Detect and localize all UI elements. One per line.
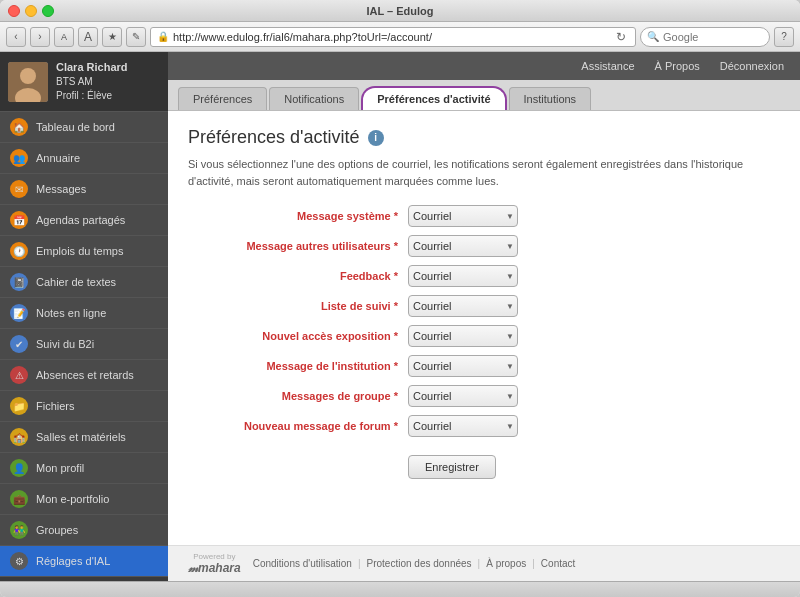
- footer-contact[interactable]: Contact: [541, 558, 575, 569]
- agendas-icon: 📅: [10, 211, 28, 229]
- select-wrapper-message-utilisateurs: Courriel Aucun: [408, 235, 518, 257]
- sidebar-label: Absences et retards: [36, 369, 134, 381]
- select-message-forum[interactable]: Courriel Aucun: [408, 415, 518, 437]
- powered-by-text: Powered by: [193, 552, 235, 561]
- label-feedback: Feedback *: [188, 270, 408, 282]
- select-message-systeme[interactable]: Courriel Aucun Résumé quotidien: [408, 205, 518, 227]
- font-large-button[interactable]: A: [78, 27, 98, 47]
- select-wrapper-liste-suivi: Courriel Aucun: [408, 295, 518, 317]
- user-info: Clara Richard BTS AM Profil : Élève: [56, 60, 128, 103]
- sidebar-label: Salles et matériels: [36, 431, 126, 443]
- reglages-icon: ⚙: [10, 552, 28, 570]
- form-row-acces-exposition: Nouvel accès exposition * Courriel Aucun: [188, 325, 748, 347]
- more-button[interactable]: ?: [774, 27, 794, 47]
- save-button[interactable]: Enregistrer: [408, 455, 496, 479]
- sidebar-label: Suivi du B2i: [36, 338, 94, 350]
- tab-preferences[interactable]: Préférences: [178, 87, 267, 110]
- sidebar-nav: 🏠 Tableau de bord 👥 Annuaire ✉ Messages …: [0, 112, 168, 581]
- back-button[interactable]: ‹: [6, 27, 26, 47]
- select-liste-suivi[interactable]: Courriel Aucun: [408, 295, 518, 317]
- salles-icon: 🏫: [10, 428, 28, 446]
- address-bar: 🔒 ↻: [150, 27, 636, 47]
- label-liste-suivi: Liste de suivi *: [188, 300, 408, 312]
- profil-icon: 👤: [10, 459, 28, 477]
- sidebar-item-annuaire[interactable]: 👥 Annuaire: [0, 143, 168, 174]
- footer: Powered by 𝓂mahara Conditions d'utilisat…: [168, 545, 800, 581]
- sidebar-label: Groupes: [36, 524, 78, 536]
- select-wrapper-message-institution: Courriel Aucun: [408, 355, 518, 377]
- page-title: Préférences d'activité: [188, 127, 360, 148]
- search-icon: 🔍: [647, 31, 659, 42]
- sidebar-item-notes[interactable]: 📝 Notes en ligne: [0, 298, 168, 329]
- statusbar: [0, 581, 800, 597]
- close-button[interactable]: [8, 5, 20, 17]
- window-controls: [8, 5, 54, 17]
- font-small-button[interactable]: A: [54, 27, 74, 47]
- form-row-message-institution: Message de l'institution * Courriel Aucu…: [188, 355, 748, 377]
- footer-conditions[interactable]: Conditions d'utilisation: [253, 558, 352, 569]
- minimize-button[interactable]: [25, 5, 37, 17]
- sidebar-item-eportfolio[interactable]: 💼 Mon e-portfolio: [0, 484, 168, 515]
- nav-apropos[interactable]: À Propos: [655, 60, 700, 72]
- sidebar-item-agendas[interactable]: 📅 Agendas partagés: [0, 205, 168, 236]
- sidebar-item-profil[interactable]: 👤 Mon profil: [0, 453, 168, 484]
- app-window: IAL – Edulog ‹ › A A ★ ✎ 🔒 ↻ 🔍 ?: [0, 0, 800, 597]
- label-message-forum: Nouveau message de forum *: [188, 420, 408, 432]
- bookmark-button[interactable]: ★: [102, 27, 122, 47]
- label-message-utilisateurs: Message autres utilisateurs *: [188, 240, 408, 252]
- sidebar-item-tableau-de-bord[interactable]: 🏠 Tableau de bord: [0, 112, 168, 143]
- label-acces-exposition: Nouvel accès exposition *: [188, 330, 408, 342]
- svg-point-1: [20, 68, 36, 84]
- sidebar-item-salles[interactable]: 🏫 Salles et matériels: [0, 422, 168, 453]
- tab-institutions[interactable]: Institutions: [509, 87, 592, 110]
- sidebar-label: Agendas partagés: [36, 214, 125, 226]
- sidebar-label: Cahier de textes: [36, 276, 116, 288]
- select-acces-exposition[interactable]: Courriel Aucun: [408, 325, 518, 347]
- control-message-forum: Courriel Aucun: [408, 415, 518, 437]
- sidebar-item-absences[interactable]: ⚠ Absences et retards: [0, 360, 168, 391]
- select-wrapper-messages-groupe: Courriel Aucun: [408, 385, 518, 407]
- sidebar-item-reglages[interactable]: ⚙ Réglages d'IAL: [0, 546, 168, 577]
- form-row-messages-groupe: Messages de groupe * Courriel Aucun: [188, 385, 748, 407]
- tab-activity-prefs[interactable]: Préférences d'activité: [361, 86, 506, 110]
- browser-toolbar: ‹ › A A ★ ✎ 🔒 ↻ 🔍 ?: [0, 22, 800, 52]
- select-feedback[interactable]: Courriel Aucun: [408, 265, 518, 287]
- forward-button[interactable]: ›: [30, 27, 50, 47]
- nav-deconnexion[interactable]: Déconnexion: [720, 60, 784, 72]
- sidebar-item-cahier[interactable]: 📓 Cahier de textes: [0, 267, 168, 298]
- edit-button[interactable]: ✎: [126, 27, 146, 47]
- form-row-message-forum: Nouveau message de forum * Courriel Aucu…: [188, 415, 748, 437]
- main-layout: Clara Richard BTS AM Profil : Élève 🏠 Ta…: [0, 52, 800, 581]
- url-input[interactable]: [173, 31, 609, 43]
- sidebar-item-suivi[interactable]: ✔ Suivi du B2i: [0, 329, 168, 360]
- info-icon[interactable]: i: [368, 130, 384, 146]
- select-message-utilisateurs[interactable]: Courriel Aucun: [408, 235, 518, 257]
- user-name: Clara Richard: [56, 60, 128, 75]
- tab-notifications[interactable]: Notifications: [269, 87, 359, 110]
- secure-icon: 🔒: [157, 31, 169, 42]
- label-messages-groupe: Messages de groupe *: [188, 390, 408, 402]
- sidebar-item-messages[interactable]: ✉ Messages: [0, 174, 168, 205]
- sidebar-item-emplois[interactable]: 🕐 Emplois du temps: [0, 236, 168, 267]
- control-feedback: Courriel Aucun: [408, 265, 518, 287]
- control-message-institution: Courriel Aucun: [408, 355, 518, 377]
- tableau-de-bord-icon: 🏠: [10, 118, 28, 136]
- nav-assistance[interactable]: Assistance: [581, 60, 634, 72]
- groupes-icon: 👫: [10, 521, 28, 539]
- page-description: Si vous sélectionnez l'une des options d…: [188, 156, 768, 189]
- sidebar-label: Notes en ligne: [36, 307, 106, 319]
- form-row-message-utilisateurs: Message autres utilisateurs * Courriel A…: [188, 235, 748, 257]
- refresh-button[interactable]: ↻: [613, 29, 629, 45]
- search-input[interactable]: [663, 31, 743, 43]
- user-card: Clara Richard BTS AM Profil : Élève: [0, 52, 168, 112]
- sidebar-item-fichiers[interactable]: 📁 Fichiers: [0, 391, 168, 422]
- select-message-institution[interactable]: Courriel Aucun: [408, 355, 518, 377]
- user-role1: BTS AM: [56, 75, 128, 89]
- label-message-institution: Message de l'institution *: [188, 360, 408, 372]
- maximize-button[interactable]: [42, 5, 54, 17]
- footer-protection[interactable]: Protection des données: [367, 558, 472, 569]
- activity-prefs-form: Message système * Courriel Aucun Résumé …: [188, 205, 748, 479]
- footer-apropos[interactable]: À propos: [486, 558, 526, 569]
- sidebar-item-groupes[interactable]: 👫 Groupes: [0, 515, 168, 546]
- select-messages-groupe[interactable]: Courriel Aucun: [408, 385, 518, 407]
